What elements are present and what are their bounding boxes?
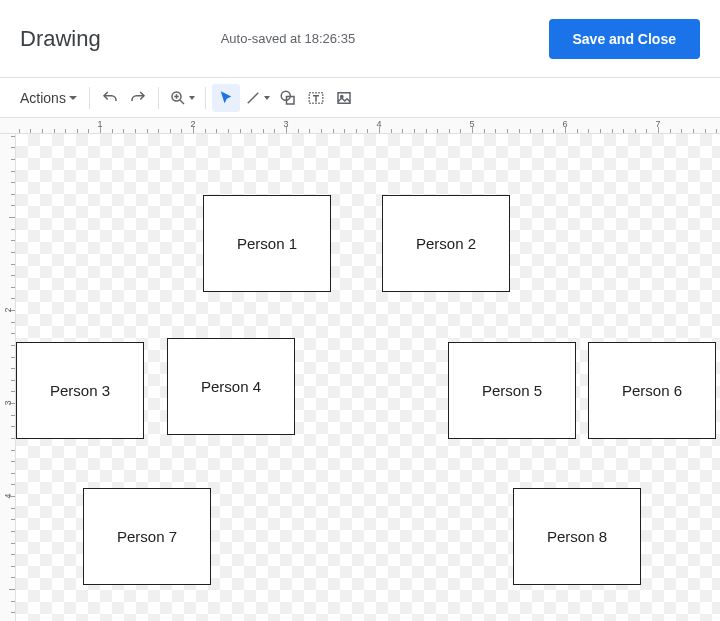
shape-person-7[interactable]: Person 7: [83, 488, 211, 585]
dropdown-caret-icon: [189, 96, 195, 100]
ruler-number: 2: [3, 307, 13, 312]
text-box-icon: [307, 89, 325, 107]
ruler-number: 3: [3, 400, 13, 405]
svg-rect-8: [338, 92, 350, 103]
shape-tool[interactable]: [274, 84, 302, 112]
redo-button[interactable]: [124, 84, 152, 112]
shape-label: Person 4: [201, 378, 261, 395]
select-tool[interactable]: [212, 84, 240, 112]
shape-icon: [279, 89, 297, 107]
separator: [205, 87, 206, 109]
autosave-status: Auto-saved at 18:26:35: [221, 31, 549, 46]
line-icon: [244, 89, 262, 107]
shape-person-4[interactable]: Person 4: [167, 338, 295, 435]
shape-label: Person 6: [622, 382, 682, 399]
line-tool[interactable]: [240, 84, 274, 112]
ruler-number: 5: [469, 119, 474, 129]
image-icon: [335, 89, 353, 107]
save-and-close-button[interactable]: Save and Close: [549, 19, 701, 59]
actions-menu[interactable]: Actions: [14, 84, 83, 112]
actions-label: Actions: [20, 90, 66, 106]
undo-icon: [101, 89, 119, 107]
cursor-icon: [217, 89, 235, 107]
shape-person-1[interactable]: Person 1: [203, 195, 331, 292]
redo-icon: [129, 89, 147, 107]
shape-person-3[interactable]: Person 3: [16, 342, 144, 439]
shape-person-6[interactable]: Person 6: [588, 342, 716, 439]
toolbar: Actions: [0, 78, 720, 118]
shape-person-8[interactable]: Person 8: [513, 488, 641, 585]
shape-person-2[interactable]: Person 2: [382, 195, 510, 292]
zoom-icon: [169, 89, 187, 107]
svg-line-1: [180, 100, 184, 104]
shape-label: Person 2: [416, 235, 476, 252]
shape-label: Person 7: [117, 528, 177, 545]
shape-label: Person 8: [547, 528, 607, 545]
image-tool[interactable]: [330, 84, 358, 112]
svg-line-4: [248, 92, 259, 103]
shape-label: Person 1: [237, 235, 297, 252]
vertical-ruler: 234: [0, 134, 16, 621]
header: Drawing Auto-saved at 18:26:35 Save and …: [0, 0, 720, 78]
ruler-number: 7: [655, 119, 660, 129]
separator: [158, 87, 159, 109]
zoom-button[interactable]: [165, 84, 199, 112]
dropdown-caret-icon: [264, 96, 270, 100]
undo-button[interactable]: [96, 84, 124, 112]
ruler-number: 6: [562, 119, 567, 129]
page-title: Drawing: [20, 26, 101, 52]
drawing-canvas[interactable]: Person 1 Person 2 Person 3 Person 4 Pers…: [16, 134, 720, 621]
ruler-number: 3: [283, 119, 288, 129]
shape-person-5[interactable]: Person 5: [448, 342, 576, 439]
shape-label: Person 5: [482, 382, 542, 399]
text-box-tool[interactable]: [302, 84, 330, 112]
shape-label: Person 3: [50, 382, 110, 399]
dropdown-caret-icon: [69, 96, 77, 100]
ruler-number: 4: [376, 119, 381, 129]
ruler-number: 2: [190, 119, 195, 129]
horizontal-ruler: 1234567: [0, 118, 720, 134]
ruler-number: 1: [97, 119, 102, 129]
ruler-number: 4: [3, 493, 13, 498]
separator: [89, 87, 90, 109]
